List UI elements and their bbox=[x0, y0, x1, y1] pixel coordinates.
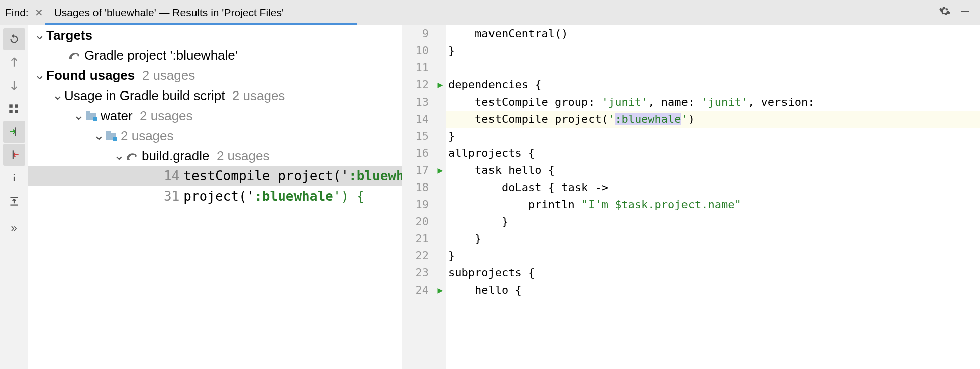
svg-rect-6 bbox=[13, 174, 14, 175]
active-tab-indicator bbox=[45, 23, 357, 25]
svg-rect-8 bbox=[86, 111, 90, 114]
more-icon[interactable]: » bbox=[3, 217, 25, 239]
code-line: } bbox=[446, 213, 980, 230]
expand-all-icon[interactable] bbox=[3, 190, 25, 212]
code-line: } bbox=[446, 42, 980, 59]
file-count: 2 usages bbox=[217, 146, 270, 166]
prev-usage-icon[interactable] bbox=[3, 51, 25, 73]
close-tab-icon[interactable]: ✕ bbox=[29, 7, 49, 19]
svg-rect-4 bbox=[15, 110, 18, 113]
target-name: Gradle project ':bluewhale' bbox=[84, 45, 238, 65]
targets-label: Targets bbox=[46, 25, 92, 45]
find-header: Find: ✕ Usages of 'bluewhale' — Results … bbox=[0, 0, 980, 25]
info-icon[interactable] bbox=[3, 167, 25, 189]
chevron-down-icon[interactable]: ⌄ bbox=[52, 85, 62, 105]
code-line: subprojects { bbox=[446, 264, 980, 282]
chevron-down-icon[interactable]: ⌄ bbox=[73, 105, 83, 125]
minimize-icon[interactable] bbox=[955, 5, 975, 20]
targets-node[interactable]: ⌄ Targets bbox=[28, 25, 402, 45]
chevron-down-icon[interactable]: ⌄ bbox=[114, 145, 124, 165]
code-line: println "I'm $task.project.name" bbox=[446, 196, 980, 213]
folder-icon bbox=[106, 131, 118, 141]
usage-hit-1[interactable]: 14 testCompile project(':bluewhale') bbox=[28, 166, 402, 186]
chevron-down-icon[interactable]: ⌄ bbox=[93, 125, 104, 145]
module-name: water bbox=[101, 106, 133, 126]
run-icon[interactable]: ▶ bbox=[434, 76, 446, 94]
module-node[interactable]: ⌄ water 2 usages bbox=[28, 106, 402, 126]
usages-tree[interactable]: ⌄ Targets Gradle project ':bluewhale' ⌄ … bbox=[28, 25, 402, 369]
code-line: doLast { task -> bbox=[446, 179, 980, 196]
svg-rect-3 bbox=[15, 104, 18, 108]
usage-hit-2[interactable]: 31 project(':bluewhale') { bbox=[28, 186, 402, 206]
usage-text: project(':bluewhale') { bbox=[183, 186, 364, 206]
line-number: 31 bbox=[164, 186, 179, 206]
group-by-icon[interactable] bbox=[3, 98, 25, 120]
code-line bbox=[446, 59, 980, 76]
find-sidetools: » bbox=[0, 25, 28, 369]
merge-outgoing-icon[interactable] bbox=[3, 144, 25, 166]
group-count: 2 usages bbox=[232, 85, 285, 106]
code-line: testCompile group: 'junit', name: 'junit… bbox=[446, 94, 980, 111]
target-item[interactable]: Gradle project ':bluewhale' bbox=[28, 45, 402, 65]
code-line: allprojects { bbox=[446, 145, 980, 162]
code-line: hello { bbox=[446, 282, 980, 299]
code-line: } bbox=[446, 230, 980, 247]
group-node[interactable]: ⌄ Usage in Gradle build script 2 usages bbox=[28, 85, 402, 106]
merge-incoming-icon[interactable] bbox=[3, 121, 25, 143]
code-line-highlighted: testCompile project(':bluewhale') bbox=[446, 111, 980, 128]
line-number: 14 bbox=[164, 166, 179, 186]
chevron-down-icon[interactable]: ⌄ bbox=[34, 25, 44, 45]
code-line: } bbox=[446, 128, 980, 145]
gear-icon[interactable] bbox=[935, 5, 955, 20]
file-name: build.gradle bbox=[142, 146, 209, 166]
find-label: Find: bbox=[5, 7, 29, 19]
group-label: Usage in Gradle build script bbox=[64, 85, 225, 106]
gradle-icon bbox=[126, 151, 139, 161]
svg-rect-1 bbox=[9, 104, 13, 108]
find-tab-title[interactable]: Usages of 'bluewhale' — Results in 'Proj… bbox=[49, 7, 289, 19]
submodule-count: 2 usages bbox=[121, 126, 174, 146]
svg-rect-2 bbox=[9, 110, 13, 113]
code-line: dependencies { bbox=[446, 76, 980, 94]
next-usage-icon[interactable] bbox=[3, 74, 25, 97]
svg-rect-0 bbox=[961, 11, 969, 12]
svg-rect-12 bbox=[113, 137, 117, 141]
run-icon[interactable]: ▶ bbox=[434, 282, 446, 299]
chevron-down-icon[interactable]: ⌄ bbox=[34, 65, 44, 85]
svg-rect-5 bbox=[13, 177, 14, 181]
folder-icon bbox=[85, 111, 97, 121]
rerun-icon[interactable] bbox=[3, 28, 25, 50]
code-line: task hello { bbox=[446, 162, 980, 179]
code-line: mavenCentral() bbox=[446, 25, 980, 42]
svg-rect-11 bbox=[106, 131, 111, 134]
code-line: } bbox=[446, 247, 980, 264]
found-usages-count: 2 usages bbox=[142, 65, 195, 85]
run-glyphs: ▶ ▶ ▶ bbox=[434, 25, 446, 369]
gradle-icon bbox=[68, 50, 81, 60]
found-usages-node[interactable]: ⌄ Found usages 2 usages bbox=[28, 65, 402, 85]
module-count: 2 usages bbox=[140, 106, 193, 126]
line-gutter: 91011 121314 151617 181920 212223 24 bbox=[402, 25, 434, 369]
found-usages-label: Found usages bbox=[46, 65, 135, 85]
svg-rect-9 bbox=[93, 117, 97, 121]
code-lines[interactable]: mavenCentral() } dependencies { testComp… bbox=[446, 25, 980, 369]
preview-editor[interactable]: 91011 121314 151617 181920 212223 24 ▶ ▶… bbox=[402, 25, 980, 369]
usage-text: testCompile project(':bluewhale') bbox=[183, 166, 402, 186]
file-node[interactable]: ⌄ build.gradle 2 usages bbox=[28, 146, 402, 166]
submodule-node[interactable]: ⌄ 2 usages bbox=[28, 126, 402, 146]
run-icon[interactable]: ▶ bbox=[434, 162, 446, 179]
